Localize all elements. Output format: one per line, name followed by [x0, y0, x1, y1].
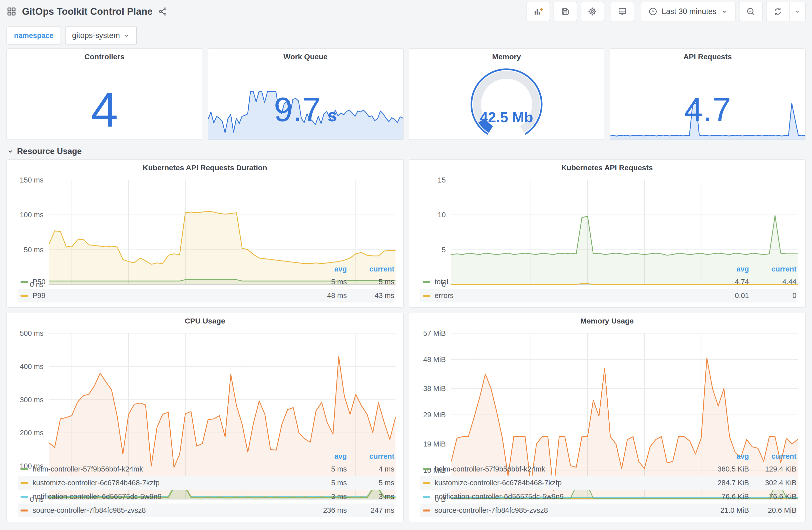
legend-series-label[interactable]: notification-controller-6d56575dc-5w9n9: [435, 492, 704, 501]
chart-plot[interactable]: 0 ns100 ms200 ms300 ms400 ms500 ms15:051…: [7, 329, 403, 450]
legend-avg-value: 5 ms: [302, 278, 347, 286]
legend-current-value: 3 ms: [347, 492, 394, 501]
legend-sort-avg[interactable]: avg: [704, 265, 749, 273]
page-title: GitOps Toolkit Control Plane: [22, 6, 153, 17]
legend-series-label[interactable]: total: [435, 278, 704, 286]
legend-row: P505 ms5 ms: [18, 275, 394, 289]
legend-current-value: 5 ms: [347, 278, 394, 286]
legend-row: helm-controller-57f9b56bbf-k24mk5 ms4 ms: [18, 462, 394, 476]
charts-row-2: CPU Usage 0 ns100 ms200 ms300 ms400 ms50…: [0, 313, 812, 522]
legend-series-label[interactable]: kustomize-controller-6c6784b468-7kzfp: [435, 479, 704, 487]
api-requests-duration-chart-panel: Kubernetes API Requests Duration 0 ns50 …: [6, 160, 404, 308]
legend-sort-current[interactable]: current: [749, 265, 797, 273]
panel-title[interactable]: CPU Usage: [7, 313, 403, 329]
memory-gauge-value: 42.5 Mb: [409, 109, 604, 126]
chart-plot[interactable]: 05101515:0515:1015:1515:2015:2515:30: [409, 176, 805, 263]
api-requests-chart-panel: Kubernetes API Requests 05101515:0515:10…: [409, 160, 806, 308]
svg-text:200 ms: 200 ms: [20, 429, 44, 437]
chevron-down-icon: [721, 8, 728, 15]
chart-plot[interactable]: 0 ns50 ms100 ms150 ms15:0515:1015:1515:2…: [7, 176, 403, 263]
legend-series-label[interactable]: P99: [32, 292, 302, 300]
legend-series-label[interactable]: source-controller-7fb84fc985-zvsz8: [32, 506, 302, 515]
namespace-variable-label: namespace: [6, 27, 61, 44]
chevron-down-icon: [794, 8, 801, 15]
memory-gauge: [409, 68, 604, 139]
dashboard-grid-icon[interactable]: [6, 6, 16, 16]
namespace-variable-dropdown[interactable]: gitops-system: [65, 27, 137, 44]
legend-avg-value: 5 ms: [302, 465, 347, 473]
save-dashboard-button[interactable]: [554, 2, 577, 21]
series-color-dash: [20, 496, 28, 498]
refresh-interval-dropdown[interactable]: [789, 2, 806, 21]
series-color-dash: [423, 295, 430, 297]
zoom-out-icon: [746, 6, 756, 16]
legend-row: source-controller-7fb84fc985-zvsz821.0 M…: [420, 503, 797, 517]
legend-sort-current[interactable]: current: [749, 452, 797, 460]
legend-avg-value: 5 ms: [302, 479, 347, 487]
time-range-label: Last 30 minutes: [662, 7, 716, 16]
legend-avg-value: 4.74: [704, 278, 749, 286]
legend-current-value: 247 ms: [347, 506, 394, 515]
legend-series-label[interactable]: errors: [435, 292, 704, 300]
legend-series-label[interactable]: helm-controller-57f9b56bbf-k24mk: [435, 465, 704, 473]
legend-row: kustomize-controller-6c6784b468-7kzfp284…: [420, 476, 797, 490]
legend-series-label[interactable]: P50: [32, 278, 302, 286]
legend-sort-current[interactable]: current: [347, 265, 394, 273]
legend-series-label[interactable]: source-controller-7fb84fc985-zvsz8: [435, 506, 704, 515]
svg-text:29 MiB: 29 MiB: [423, 411, 446, 419]
charts-row-1: Kubernetes API Requests Duration 0 ns50 …: [0, 160, 812, 308]
legend-current-value: 5 ms: [347, 479, 394, 487]
legend-current-value: 43 ms: [347, 292, 394, 300]
chevron-down-icon: [6, 147, 14, 155]
panel-title[interactable]: Memory Usage: [409, 313, 805, 329]
legend-sort-avg[interactable]: avg: [302, 452, 347, 460]
add-panel-button[interactable]: [526, 2, 550, 21]
work-queue-stat-panel: Work Queue 9.7 s: [208, 48, 404, 140]
legend-sort-avg[interactable]: avg: [704, 452, 749, 460]
time-range-picker[interactable]: Last 30 minutes: [641, 2, 736, 21]
dashboard-settings-button[interactable]: [581, 2, 604, 21]
legend-series-label[interactable]: kustomize-controller-6c6784b468-7kzfp: [32, 479, 302, 487]
svg-text:300 ms: 300 ms: [20, 396, 44, 404]
svg-text:48 MiB: 48 MiB: [423, 355, 446, 364]
legend-sort-current[interactable]: current: [347, 452, 394, 460]
legend-current-value: 129.4 KiB: [749, 465, 797, 473]
panel-title[interactable]: Kubernetes API Requests Duration: [7, 160, 403, 176]
legend-series-label[interactable]: helm-controller-57f9b56bbf-k24mk: [32, 465, 302, 473]
refresh-button[interactable]: [766, 2, 789, 21]
legend-sort-avg[interactable]: avg: [302, 265, 347, 273]
series-color-dash: [20, 482, 28, 484]
svg-text:150 ms: 150 ms: [20, 176, 44, 184]
refresh-icon: [773, 6, 783, 16]
share-icon[interactable]: [158, 7, 168, 16]
resource-usage-section-toggle[interactable]: Resource Usage: [0, 140, 812, 160]
legend-series-label[interactable]: notification-controller-6d56575dc-5w9n9: [32, 492, 302, 501]
api-requests-stat-panel: API Requests 4.7: [610, 48, 806, 140]
series-color-dash: [20, 281, 28, 283]
panel-title[interactable]: Kubernetes API Requests: [409, 160, 805, 176]
series-color-dash: [20, 295, 28, 297]
zoom-out-time-button[interactable]: [739, 2, 763, 21]
legend-avg-value: 0.01: [704, 292, 749, 300]
chart-plot[interactable]: 0 B10 MiB19 MiB29 MiB38 MiB48 MiB57 MiB1…: [409, 329, 805, 450]
memory-usage-chart-panel: Memory Usage 0 B10 MiB19 MiB29 MiB38 MiB…: [409, 313, 806, 522]
svg-text:19 MiB: 19 MiB: [423, 440, 446, 448]
monitor-icon: [618, 6, 627, 16]
legend-row: P9948 ms43 ms: [18, 289, 394, 303]
svg-text:10: 10: [437, 211, 446, 219]
panel-title[interactable]: Work Queue: [208, 49, 403, 64]
panel-title[interactable]: Controllers: [7, 49, 202, 64]
legend-current-value: 0: [749, 292, 797, 300]
work-queue-value: 9.7 s: [208, 90, 403, 129]
legend-current-value: 302.4 KiB: [749, 479, 797, 487]
legend-row: total4.744.44: [420, 275, 797, 289]
save-icon: [561, 7, 570, 16]
legend-header: avgcurrent: [420, 263, 797, 275]
legend-row: notification-controller-6d56575dc-5w9n97…: [420, 490, 797, 503]
legend-current-value: 4.44: [749, 278, 797, 286]
cycle-view-mode-button[interactable]: [611, 2, 634, 21]
section-title: Resource Usage: [17, 147, 82, 156]
panel-title[interactable]: API Requests: [610, 49, 805, 64]
panel-title[interactable]: Memory: [409, 49, 604, 64]
series-color-dash: [423, 510, 430, 512]
